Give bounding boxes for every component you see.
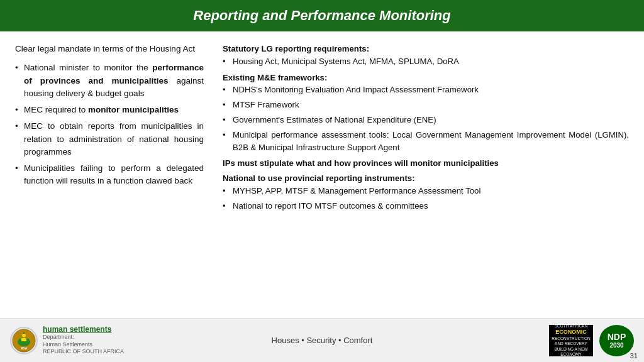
econ-line2: ECONOMIC bbox=[555, 329, 587, 336]
coat-of-arms-svg: RSA bbox=[11, 328, 36, 353]
ndp-sub: 2030 bbox=[609, 342, 623, 349]
list-item: Housing Act, Municipal Systems Act, MFMA… bbox=[223, 55, 629, 68]
bullet-text-3: MEC to obtain reports from municipalitie… bbox=[24, 121, 204, 156]
footer: RSA human settlements Department: Human … bbox=[0, 318, 644, 362]
list-item: MYHSP, APP, MTSF & Management Performanc… bbox=[223, 185, 629, 197]
page-header: Reporting and Performance Monitoring bbox=[0, 0, 644, 31]
econ-line1: SOUTH AFRICAN bbox=[555, 324, 588, 329]
bullet-text-2a: MEC required to bbox=[24, 105, 88, 114]
list-item: National to report ITO MTSF outcomes & c… bbox=[223, 200, 629, 212]
ips-text: IPs must stipulate what and how province… bbox=[223, 158, 499, 168]
page-number: 31 bbox=[630, 352, 638, 359]
footer-tagline: Houses • Security • Comfort bbox=[148, 336, 496, 345]
econ-line4: AND RECOVERY bbox=[555, 341, 587, 346]
national-label: National to use provincial reporting ins… bbox=[223, 173, 415, 183]
list-item: Municipal performance assessment tools: … bbox=[223, 129, 629, 154]
header-title: Reporting and Performance Monitoring bbox=[193, 8, 450, 23]
bullet-bold-2: monitor municipalities bbox=[88, 105, 179, 114]
ndp-label: NDP bbox=[608, 332, 626, 342]
list-item: National minister to monitor the perform… bbox=[15, 62, 204, 100]
svg-point-3 bbox=[22, 334, 26, 337]
right-column: Statutory LG reporting requirements: Hou… bbox=[223, 43, 629, 314]
footer-org-text: human settlements Department: Human Sett… bbox=[43, 325, 124, 356]
bullet-text-1a: National minister to monitor the bbox=[24, 63, 152, 72]
svg-text:RSA: RSA bbox=[21, 346, 28, 350]
national-list: MYHSP, APP, MTSF & Management Performanc… bbox=[223, 185, 629, 212]
me-section: Existing M&E frameworks: NDHS's Monitori… bbox=[223, 72, 629, 154]
tagline-text: Houses • Security • Comfort bbox=[272, 336, 373, 345]
economic-badge: SOUTH AFRICAN ECONOMIC RECONSTRUCTION AN… bbox=[549, 325, 593, 356]
ndp-badge: NDP 2030 bbox=[599, 325, 634, 356]
org-sub2: Human Settlements bbox=[43, 341, 124, 349]
list-item: MEC to obtain reports from municipalitie… bbox=[15, 120, 204, 158]
bullet-text-4: Municipalities failing to perform a dele… bbox=[24, 163, 204, 185]
list-item: Government's Estimates of National Expen… bbox=[223, 114, 629, 126]
ips-section: IPs must stipulate what and how province… bbox=[223, 157, 629, 170]
intro-text: Clear legal mandate in terms of the Hous… bbox=[15, 43, 204, 55]
main-content: Clear legal mandate in terms of the Hous… bbox=[0, 31, 644, 314]
org-sub3: REPUBLIC OF SOUTH AFRICA bbox=[43, 348, 124, 356]
org-sub1: Department: bbox=[43, 334, 124, 341]
svg-rect-4 bbox=[21, 338, 26, 341]
org-name: human settlements bbox=[43, 325, 124, 334]
econ-line3: RECONSTRUCTION bbox=[552, 336, 590, 341]
list-item: NDHS's Monitoring Evaluation And Impact … bbox=[223, 84, 629, 96]
statutory-list: Housing Act, Municipal Systems Act, MFMA… bbox=[223, 55, 629, 68]
me-list: NDHS's Monitoring Evaluation And Impact … bbox=[223, 84, 629, 153]
left-column: Clear legal mandate in terms of the Hous… bbox=[15, 43, 204, 314]
list-item: Municipalities failing to perform a dele… bbox=[15, 162, 204, 188]
footer-left: RSA human settlements Department: Human … bbox=[10, 325, 148, 356]
statutory-section: Statutory LG reporting requirements: Hou… bbox=[223, 43, 629, 68]
left-bullet-list: National minister to monitor the perform… bbox=[15, 62, 204, 187]
sa-coat-arms-logo: RSA bbox=[10, 327, 38, 354]
me-label: Existing M&E frameworks: bbox=[223, 73, 327, 82]
statutory-label: Statutory LG reporting requirements: bbox=[223, 44, 369, 53]
footer-right: SOUTH AFRICAN ECONOMIC RECONSTRUCTION AN… bbox=[496, 325, 634, 356]
national-section: National to use provincial reporting ins… bbox=[223, 172, 629, 212]
econ-line5: BUILDING A NEW ECONOMY bbox=[551, 347, 591, 358]
list-item: MTSF Framework bbox=[223, 99, 629, 111]
list-item: MEC required to monitor municipalities bbox=[15, 104, 204, 116]
